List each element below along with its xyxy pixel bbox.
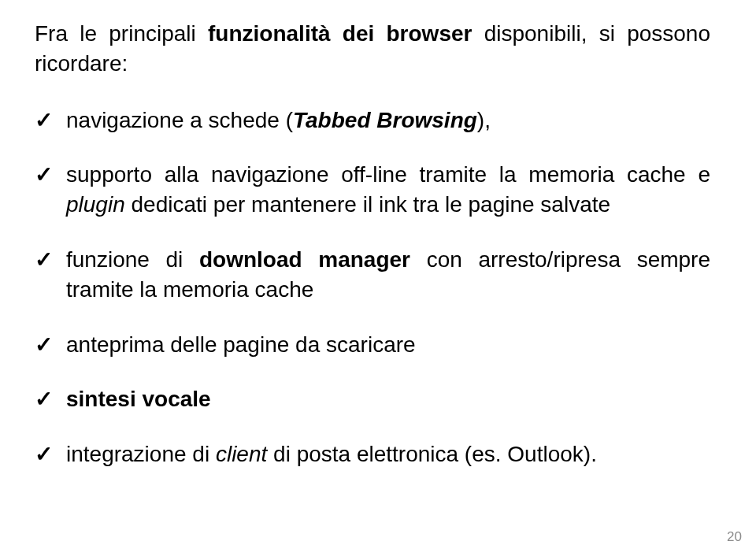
text-run: ), <box>477 108 491 132</box>
intro-text-1: Fra le principali <box>35 21 208 46</box>
text-run: Tabbed Browsing <box>293 108 477 132</box>
text-run: download manager <box>199 247 410 272</box>
list-item: navigazione a schede (Tabbed Browsing), <box>66 106 710 135</box>
list-item: sintesi vocale <box>66 384 710 414</box>
text-run: integrazione di <box>66 442 216 466</box>
list-item: anteprima delle pagine da scaricare <box>66 330 710 360</box>
bullet-list: navigazione a schede (Tabbed Browsing), … <box>35 106 710 469</box>
text-run: client <box>216 442 267 466</box>
text-run: sintesi vocale <box>66 387 211 411</box>
text-run: plugin <box>66 192 125 217</box>
text-run: funzione di <box>66 247 199 272</box>
intro-paragraph: Fra le principali funzionalità dei brows… <box>35 19 710 79</box>
text-run: anteprima delle pagine da scaricare <box>66 332 416 357</box>
slide-page: Fra le principali funzionalità dei brows… <box>0 0 756 556</box>
text-run: navigazione a schede ( <box>66 108 293 132</box>
text-run: supporto alla navigazione off-line trami… <box>66 162 710 187</box>
intro-text-bold: funzionalità dei browser <box>208 21 472 46</box>
list-item: supporto alla navigazione off-line trami… <box>66 160 710 220</box>
text-run: dedicati per mantenere il ink tra le pag… <box>125 192 610 217</box>
list-item: funzione di download manager con arresto… <box>66 245 710 305</box>
list-item: integrazione di client di posta elettron… <box>66 439 710 469</box>
page-number: 20 <box>727 529 742 545</box>
text-run: di posta elettronica (es. Outlook). <box>267 442 597 466</box>
